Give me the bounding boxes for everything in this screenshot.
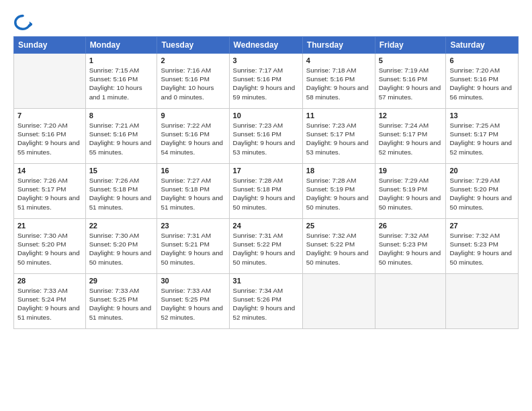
calendar-cell: 4Sunrise: 7:18 AM Sunset: 5:16 PM Daylig…	[302, 54, 375, 109]
calendar-cell: 22Sunrise: 7:30 AM Sunset: 5:20 PM Dayli…	[85, 219, 157, 274]
day-info: Sunrise: 7:22 AM Sunset: 5:16 PM Dayligh…	[161, 121, 225, 156]
day-info: Sunrise: 7:17 AM Sunset: 5:16 PM Dayligh…	[233, 66, 299, 101]
day-info: Sunrise: 7:25 AM Sunset: 5:17 PM Dayligh…	[449, 121, 515, 156]
day-number: 22	[89, 222, 154, 230]
day-info: Sunrise: 7:20 AM Sunset: 5:16 PM Dayligh…	[449, 66, 515, 101]
calendar-cell: 3Sunrise: 7:17 AM Sunset: 5:16 PM Daylig…	[229, 54, 302, 109]
calendar-cell: 21Sunrise: 7:30 AM Sunset: 5:20 PM Dayli…	[14, 219, 86, 274]
week-row-3: 14Sunrise: 7:26 AM Sunset: 5:17 PM Dayli…	[14, 164, 519, 219]
day-number: 13	[449, 111, 515, 120]
day-number: 20	[449, 167, 515, 175]
calendar-cell: 6Sunrise: 7:20 AM Sunset: 5:16 PM Daylig…	[446, 54, 519, 109]
day-number: 30	[161, 277, 225, 285]
day-number: 26	[379, 222, 443, 230]
calendar-cell: 13Sunrise: 7:25 AM Sunset: 5:17 PM Dayli…	[446, 109, 519, 164]
col-header-thursday: Thursday	[302, 37, 375, 54]
col-header-monday: Monday	[85, 37, 157, 54]
day-number: 11	[306, 111, 371, 120]
calendar-cell: 23Sunrise: 7:31 AM Sunset: 5:21 PM Dayli…	[157, 219, 229, 274]
day-number: 17	[233, 167, 299, 175]
day-number: 12	[379, 111, 443, 120]
calendar-cell: 15Sunrise: 7:26 AM Sunset: 5:18 PM Dayli…	[85, 164, 157, 219]
day-info: Sunrise: 7:16 AM Sunset: 5:16 PM Dayligh…	[161, 66, 225, 101]
day-number: 28	[17, 277, 82, 285]
day-number: 7	[17, 111, 82, 120]
day-info: Sunrise: 7:34 AM Sunset: 5:26 PM Dayligh…	[233, 286, 299, 322]
calendar-cell: 8Sunrise: 7:21 AM Sunset: 5:16 PM Daylig…	[85, 109, 157, 164]
week-row-4: 21Sunrise: 7:30 AM Sunset: 5:20 PM Dayli…	[14, 219, 519, 274]
day-number: 25	[306, 222, 371, 230]
day-number: 14	[17, 167, 82, 175]
day-number: 23	[161, 222, 225, 230]
day-info: Sunrise: 7:19 AM Sunset: 5:16 PM Dayligh…	[379, 66, 443, 101]
calendar-cell: 25Sunrise: 7:32 AM Sunset: 5:22 PM Dayli…	[302, 219, 375, 274]
calendar-cell	[446, 274, 519, 329]
calendar-cell: 12Sunrise: 7:24 AM Sunset: 5:17 PM Dayli…	[375, 109, 446, 164]
col-header-tuesday: Tuesday	[157, 37, 229, 54]
col-header-friday: Friday	[375, 37, 446, 54]
day-number: 15	[89, 167, 154, 175]
logo-icon	[13, 12, 32, 31]
col-header-wednesday: Wednesday	[229, 37, 302, 54]
day-info: Sunrise: 7:29 AM Sunset: 5:19 PM Dayligh…	[379, 176, 443, 212]
calendar-cell: 26Sunrise: 7:32 AM Sunset: 5:23 PM Dayli…	[375, 219, 446, 274]
day-info: Sunrise: 7:29 AM Sunset: 5:20 PM Dayligh…	[449, 176, 515, 212]
calendar-cell	[302, 274, 375, 329]
day-info: Sunrise: 7:20 AM Sunset: 5:16 PM Dayligh…	[17, 121, 82, 156]
day-info: Sunrise: 7:32 AM Sunset: 5:23 PM Dayligh…	[449, 231, 515, 267]
col-header-sunday: Sunday	[14, 37, 86, 54]
calendar-cell: 30Sunrise: 7:33 AM Sunset: 5:25 PM Dayli…	[157, 274, 229, 329]
calendar-cell: 7Sunrise: 7:20 AM Sunset: 5:16 PM Daylig…	[14, 109, 86, 164]
day-number: 24	[233, 222, 299, 230]
day-info: Sunrise: 7:32 AM Sunset: 5:22 PM Dayligh…	[306, 231, 371, 267]
day-info: Sunrise: 7:28 AM Sunset: 5:18 PM Dayligh…	[233, 176, 299, 212]
day-number: 2	[161, 56, 225, 64]
day-info: Sunrise: 7:30 AM Sunset: 5:20 PM Dayligh…	[17, 231, 82, 267]
calendar-table: SundayMondayTuesdayWednesdayThursdayFrid…	[13, 36, 519, 329]
day-number: 16	[161, 167, 225, 175]
day-info: Sunrise: 7:26 AM Sunset: 5:18 PM Dayligh…	[89, 176, 154, 212]
calendar-cell	[375, 274, 446, 329]
week-row-1: 1Sunrise: 7:15 AM Sunset: 5:16 PM Daylig…	[14, 54, 519, 109]
calendar-cell: 17Sunrise: 7:28 AM Sunset: 5:18 PM Dayli…	[229, 164, 302, 219]
calendar-cell: 31Sunrise: 7:34 AM Sunset: 5:26 PM Dayli…	[229, 274, 302, 329]
day-info: Sunrise: 7:18 AM Sunset: 5:16 PM Dayligh…	[306, 66, 371, 101]
calendar-cell: 10Sunrise: 7:23 AM Sunset: 5:16 PM Dayli…	[229, 109, 302, 164]
day-info: Sunrise: 7:33 AM Sunset: 5:24 PM Dayligh…	[17, 286, 82, 322]
header-row: SundayMondayTuesdayWednesdayThursdayFrid…	[14, 37, 519, 54]
calendar-cell: 18Sunrise: 7:28 AM Sunset: 5:19 PM Dayli…	[302, 164, 375, 219]
day-info: Sunrise: 7:31 AM Sunset: 5:22 PM Dayligh…	[233, 231, 299, 267]
day-number: 8	[89, 111, 154, 120]
day-info: Sunrise: 7:21 AM Sunset: 5:16 PM Dayligh…	[89, 121, 154, 156]
day-number: 5	[379, 56, 443, 64]
day-info: Sunrise: 7:31 AM Sunset: 5:21 PM Dayligh…	[161, 231, 225, 267]
day-info: Sunrise: 7:23 AM Sunset: 5:16 PM Dayligh…	[233, 121, 299, 156]
calendar-cell: 29Sunrise: 7:33 AM Sunset: 5:25 PM Dayli…	[85, 274, 157, 329]
calendar-cell: 11Sunrise: 7:23 AM Sunset: 5:17 PM Dayli…	[302, 109, 375, 164]
day-info: Sunrise: 7:27 AM Sunset: 5:18 PM Dayligh…	[161, 176, 225, 212]
day-number: 3	[233, 56, 299, 64]
day-number: 21	[17, 222, 82, 230]
calendar-cell: 16Sunrise: 7:27 AM Sunset: 5:18 PM Dayli…	[157, 164, 229, 219]
day-info: Sunrise: 7:33 AM Sunset: 5:25 PM Dayligh…	[161, 286, 225, 322]
calendar-cell: 9Sunrise: 7:22 AM Sunset: 5:16 PM Daylig…	[157, 109, 229, 164]
day-number: 4	[306, 56, 371, 64]
col-header-saturday: Saturday	[446, 37, 519, 54]
week-row-2: 7Sunrise: 7:20 AM Sunset: 5:16 PM Daylig…	[14, 109, 519, 164]
day-number: 9	[161, 111, 225, 120]
calendar-cell: 20Sunrise: 7:29 AM Sunset: 5:20 PM Dayli…	[446, 164, 519, 219]
page: SundayMondayTuesdayWednesdayThursdayFrid…	[0, 0, 532, 411]
day-info: Sunrise: 7:24 AM Sunset: 5:17 PM Dayligh…	[379, 121, 443, 156]
day-info: Sunrise: 7:26 AM Sunset: 5:17 PM Dayligh…	[17, 176, 82, 212]
svg-marker-0	[30, 21, 32, 27]
day-number: 29	[89, 277, 154, 285]
day-info: Sunrise: 7:32 AM Sunset: 5:23 PM Dayligh…	[379, 231, 443, 267]
calendar-cell	[14, 54, 86, 109]
day-info: Sunrise: 7:30 AM Sunset: 5:20 PM Dayligh…	[89, 231, 154, 267]
day-number: 19	[379, 167, 443, 175]
day-info: Sunrise: 7:23 AM Sunset: 5:17 PM Dayligh…	[306, 121, 371, 156]
day-info: Sunrise: 7:28 AM Sunset: 5:19 PM Dayligh…	[306, 176, 371, 212]
calendar-cell: 27Sunrise: 7:32 AM Sunset: 5:23 PM Dayli…	[446, 219, 519, 274]
day-number: 27	[449, 222, 515, 230]
calendar-cell: 24Sunrise: 7:31 AM Sunset: 5:22 PM Dayli…	[229, 219, 302, 274]
